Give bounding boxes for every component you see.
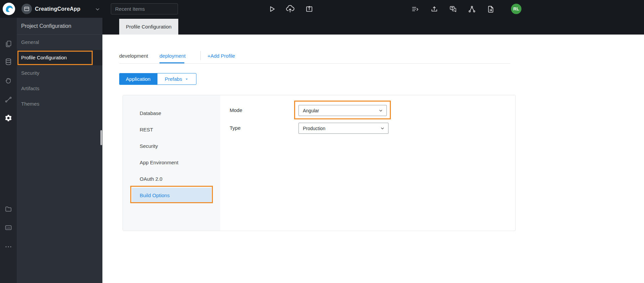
menu-item-database[interactable]: Database [123,105,220,121]
sidebar-scrollbar-thumb[interactable] [100,130,102,145]
run-icon[interactable] [267,4,277,14]
tab-label: Profile Configuration [126,24,172,30]
recent-items-label: Recent Items [115,6,145,12]
prefabs-toggle-label: Prefabs [165,76,182,82]
task-list-icon[interactable] [410,4,420,14]
settings-gear-icon[interactable] [4,114,12,122]
sidebar-item-profile-configuration[interactable]: Profile Configuration [17,50,102,65]
sidebar-item-label: Themes [21,101,39,107]
project-name[interactable]: CreatingCoreApp [35,0,80,18]
sidebar-item-artifacts[interactable]: Artifacts [17,81,102,96]
hand-icon[interactable] [4,77,12,85]
application-toggle-label: Application [126,76,150,82]
menu-item-label: REST [140,127,153,132]
add-profile-button[interactable]: +Add Profile [208,53,235,59]
menu-item-label: OAuth 2.0 [140,176,163,182]
sidebar-title: Project Configuration [17,18,102,35]
chevron-down-icon [185,77,189,81]
menu-item-app-environment[interactable]: App Environment [123,154,220,171]
type-select-value: Production [303,126,325,131]
wavemaker-logo[interactable] [3,3,15,15]
application-toggle-button[interactable]: Application [119,73,157,85]
sidebar-item-label: General [21,39,39,45]
pages-icon[interactable] [4,40,12,48]
chevron-down-icon [378,108,383,113]
menu-item-oauth2[interactable]: OAuth 2.0 [123,171,220,187]
sidebar-item-security[interactable]: Security [17,65,102,81]
menu-item-label: Build Options [140,192,170,198]
sidebar-item-label: Security [21,70,39,76]
profile-settings-menu: Database REST Security App Environment O… [123,95,220,231]
mode-select-value: Angular [303,108,319,113]
chevron-down-icon [380,126,385,131]
menu-item-label: App Environment [140,160,178,165]
sidebar-item-label: Artifacts [21,86,39,91]
project-icon [21,4,32,14]
prefabs-toggle-button[interactable]: Prefabs [157,73,196,85]
menu-item-rest[interactable]: REST [123,121,220,138]
file-export-icon[interactable] [486,4,495,14]
menu-item-build-options[interactable]: Build Options [132,188,212,203]
export-tray-icon[interactable] [429,4,439,14]
api-icon[interactable] [4,96,12,104]
tab-profile-configuration[interactable]: Profile Configuration [119,19,178,35]
avatar[interactable]: RL [511,4,521,14]
mode-select[interactable]: Angular [298,105,387,116]
translate-chat-icon[interactable] [448,4,458,14]
project-configuration-sidebar: Project Configuration General Profile Co… [17,18,102,283]
network-icon[interactable] [467,4,476,14]
sidebar-item-label: Profile Configuration [21,55,67,60]
menu-item-security[interactable]: Security [123,138,220,154]
tabs-divider [119,63,510,64]
document-tab-strip: Profile Configuration [102,18,644,35]
more-dots-icon[interactable] [4,243,12,251]
type-select[interactable]: Production [298,123,388,134]
build-options-card: Database REST Security App Environment O… [123,95,516,231]
profile-tab-development[interactable]: development [119,53,148,59]
recent-items-button[interactable]: Recent Items [111,3,178,14]
cloud-upload-icon[interactable] [285,4,295,13]
sidebar-item-themes[interactable]: Themes [17,96,102,112]
chevron-down-icon[interactable] [95,7,100,12]
preview-window-icon[interactable] [305,4,314,14]
type-label: Type [230,125,241,131]
log-icon[interactable]: LOG [4,224,12,232]
tab-separator [200,51,201,60]
sidebar-item-general[interactable]: General [17,35,102,50]
menu-item-label: Database [140,110,161,116]
left-icon-rail: LOG [0,18,17,283]
log-icon-label: LOG [6,227,10,229]
mode-label: Mode [230,107,242,114]
database-icon[interactable] [4,58,12,66]
menu-item-label: Security [140,143,158,149]
topbar: CreatingCoreApp Recent Items [0,0,644,18]
profile-tab-deployment[interactable]: deployment [159,53,186,59]
folder-icon[interactable] [4,205,12,213]
